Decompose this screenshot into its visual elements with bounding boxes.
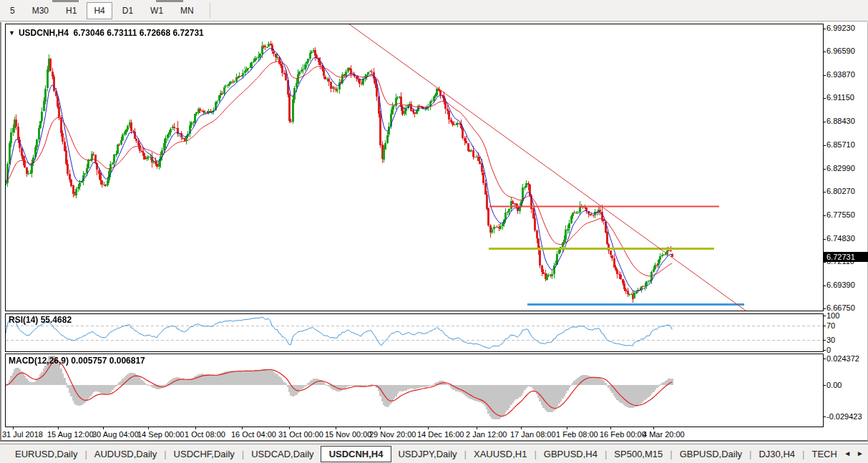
timeframe-button-h4[interactable]: H4 xyxy=(87,2,112,19)
chart-tab-usdcad-daily[interactable]: USDCAD,Daily xyxy=(245,447,320,462)
axis-tick xyxy=(823,326,826,326)
date-axis-label: 15 Nov 00:00 xyxy=(325,430,371,439)
axis-tick xyxy=(823,239,826,240)
chart-tab-eurusd-daily[interactable]: EURUSD,Daily xyxy=(9,447,84,462)
timeframe-button-w1[interactable]: W1 xyxy=(143,2,170,19)
date-axis-label: 2 Jan 12:00 xyxy=(466,430,507,439)
chart-tab-usdchf-daily[interactable]: USDCHF,Daily xyxy=(167,447,241,462)
axis-tick xyxy=(823,169,826,170)
axis-tick xyxy=(823,316,826,316)
rsi-panel[interactable] xyxy=(5,313,824,352)
axis-tick xyxy=(428,427,429,429)
chart-title-symbol: USDCNH,H4 xyxy=(19,28,69,38)
price-axis-label: 6.85710 xyxy=(826,140,855,149)
date-axis-label: 15 Aug 12:00 xyxy=(47,430,94,439)
axis-tick xyxy=(823,262,826,263)
timeframe-button-h1[interactable]: H1 xyxy=(59,2,84,19)
date-axis-label: 29 Nov 20:00 xyxy=(369,430,416,439)
price-chart-canvas[interactable] xyxy=(6,24,823,311)
axis-tick xyxy=(336,427,336,429)
date-axis-label: 16 Feb 00:00 xyxy=(600,430,646,439)
symbol-dropdown-icon[interactable]: ▼ xyxy=(9,29,15,36)
chart-tab-gbpusd-h4[interactable]: GBPUSD,H4 xyxy=(537,447,604,462)
main-chart-panel[interactable] xyxy=(5,24,824,311)
macd-axis-label: 0.00 xyxy=(826,381,842,389)
axis-tick xyxy=(823,122,826,122)
timeframe-button-d1[interactable]: D1 xyxy=(115,2,140,19)
chart-title: ▼USDCNH,H4 6.73046 6.73111 6.72668 6.727… xyxy=(9,28,204,38)
tab-scroll-left-icon[interactable]: ◄ xyxy=(844,449,851,457)
rsi-indicator-label: RSI(14) 55.4682 xyxy=(9,315,72,325)
axis-tick xyxy=(823,215,826,216)
timeframe-button-m30[interactable]: M30 xyxy=(25,2,56,19)
price-axis-label: 6.82990 xyxy=(826,164,855,172)
chart-tab-bar: EURUSD,Daily|AUDUSD,Daily|USDCHF,Daily|U… xyxy=(0,444,868,463)
axis-tick xyxy=(823,308,826,309)
chart-tab-sp500-m15[interactable]: SP500,M15 xyxy=(608,447,669,462)
tab-scroll-right-icon[interactable]: ► xyxy=(857,449,864,457)
chart-tab-gbpusd-daily[interactable]: GBPUSD,Daily xyxy=(673,447,748,462)
date-axis-label: 4 Mar 20:00 xyxy=(643,430,685,439)
chart-tab-usdcnh-h4[interactable]: USDCNH,H4 xyxy=(321,446,392,462)
price-axis-label: 6.91150 xyxy=(826,93,854,102)
date-axis-label: 1 Oct 08:00 xyxy=(185,430,225,439)
rsi-axis-label: 100 xyxy=(826,311,839,320)
axis-tick xyxy=(567,427,567,429)
axis-tick xyxy=(103,427,104,429)
chart-tab-usdjpy-daily[interactable]: USDJPY,Daily xyxy=(391,447,463,462)
axis-tick xyxy=(823,286,826,286)
axis-tick xyxy=(58,427,59,429)
price-axis-label: 6.80270 xyxy=(826,187,855,195)
axis-tick xyxy=(521,427,522,429)
macd-indicator-label: MACD(12,26,9) 0.005757 0.006817 xyxy=(9,356,145,366)
price-axis-label: 6.69390 xyxy=(826,281,855,289)
axis-tick xyxy=(823,192,826,192)
axis-tick xyxy=(823,350,826,351)
axis-tick xyxy=(823,416,826,417)
rsi-axis-label: 30 xyxy=(826,336,835,344)
axis-tick xyxy=(823,52,826,52)
toolbar-separator xyxy=(210,3,210,19)
timeframe-button-5[interactable]: 5 xyxy=(3,2,22,19)
axis-tick xyxy=(610,427,611,429)
date-axis-label: 1 Feb 08:00 xyxy=(556,430,598,439)
price-axis-label: 6.99230 xyxy=(826,24,855,32)
axis-tick xyxy=(148,427,149,429)
price-axis-label: 6.96590 xyxy=(826,47,855,55)
axis-tick xyxy=(823,75,826,76)
date-axis-label: 14 Sep 00:00 xyxy=(137,430,184,439)
chart-tab-audusd-daily[interactable]: AUDUSD,Daily xyxy=(88,447,163,462)
axis-tick xyxy=(823,340,826,341)
axis-tick xyxy=(823,359,826,359)
axis-tick xyxy=(823,29,826,29)
axis-tick xyxy=(823,385,826,386)
chart-tab-xauusd-h1[interactable]: XAUUSD,H1 xyxy=(467,447,533,462)
date-axis-label: 31 Oct 00:00 xyxy=(278,430,323,439)
date-axis-label: 30 Aug 04:00 xyxy=(92,430,139,439)
tab-scroll-arrows: ◄ ► xyxy=(837,444,868,462)
axis-tick xyxy=(13,427,14,429)
rsi-canvas[interactable] xyxy=(6,314,823,351)
price-axis-label: 6.74830 xyxy=(826,234,855,243)
axis-tick xyxy=(653,427,654,429)
timeframe-toolbar: 5M30H1H4D1W1MN xyxy=(0,0,868,21)
chart-tab-dj30-h4[interactable]: DJ30,H4 xyxy=(752,447,801,462)
axis-tick xyxy=(195,427,196,429)
current-price-box: 6.72731 xyxy=(824,252,868,262)
axis-tick xyxy=(380,427,381,429)
toolbar-clipped-icon xyxy=(52,0,79,2)
timeframe-button-mn[interactable]: MN xyxy=(173,2,201,19)
price-axis-label: 6.93870 xyxy=(826,70,855,79)
rsi-axis-label: 0 xyxy=(826,346,831,354)
macd-axis-label: 0.024372 xyxy=(826,354,859,363)
axis-tick xyxy=(823,98,826,99)
date-axis-label: 31 Jul 2018 xyxy=(2,430,43,439)
axis-tick xyxy=(289,427,290,429)
date-axis-label: 17 Jan 08:00 xyxy=(510,430,556,439)
date-axis-label: 14 Dec 16:00 xyxy=(417,430,464,439)
axis-tick xyxy=(823,145,826,146)
chart-title-ohlc: 6.73046 6.73111 6.72668 6.72731 xyxy=(74,28,204,38)
price-axis-label: 6.77550 xyxy=(826,210,855,219)
toolbar-clipped-icon xyxy=(156,0,183,2)
rsi-axis-label: 70 xyxy=(826,321,835,330)
